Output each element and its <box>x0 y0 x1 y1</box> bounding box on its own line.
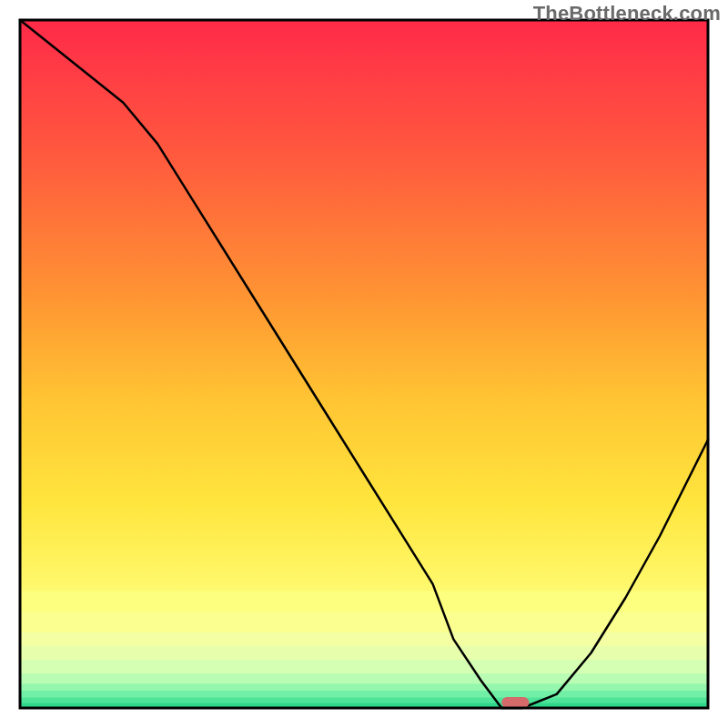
chart-svg <box>0 0 728 728</box>
watermark-text: TheBottleneck.com <box>533 2 721 25</box>
optimal-range-marker <box>501 697 529 708</box>
gradient-stripe <box>20 673 708 683</box>
gradient-stripe <box>20 691 708 698</box>
gradient-stripe <box>20 646 708 660</box>
gradient-stripe <box>20 632 708 646</box>
gradient-stripe <box>20 684 708 692</box>
gradient-stripe <box>20 698 708 703</box>
gradient-stripe <box>20 660 708 673</box>
bottleneck-chart: TheBottleneck.com <box>0 0 728 728</box>
gradient-stripe <box>20 591 708 612</box>
